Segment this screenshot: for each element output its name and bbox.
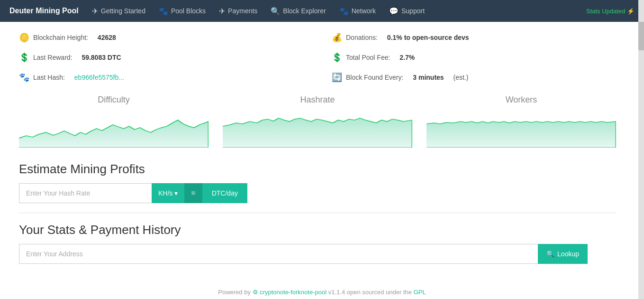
payments-icon: ✈ <box>219 7 225 16</box>
donations-label: Donations: <box>346 34 378 41</box>
last-hash-value[interactable]: eb966fe5575fb... <box>74 74 124 81</box>
footer-link[interactable]: ⚙ cryptonote-forknote-pool <box>253 289 328 296</box>
stats-updated-badge: Stats Updated ⚡ <box>586 8 635 15</box>
workers-chart-area <box>426 110 616 148</box>
unit-dropdown-button[interactable]: KH/s ▾ <box>152 183 184 203</box>
blockchain-height-stat: 🪙 Blockchain Height: 42628 <box>19 29 303 46</box>
last-hash-label: Last Hash: <box>33 74 65 81</box>
hashrate-chart-area <box>223 110 412 148</box>
getting-started-icon: ✈ <box>92 7 98 16</box>
nav-getting-started[interactable]: ✈ Getting Started <box>86 0 151 22</box>
difficulty-chart-area <box>19 110 209 148</box>
scrollbar-thumb[interactable] <box>638 22 644 50</box>
block-explorer-icon: 🔍 <box>271 7 280 16</box>
search-icon: 🔍 <box>546 250 554 258</box>
blockchain-height-label: Blockchain Height: <box>33 34 88 41</box>
last-reward-label: Last Reward: <box>33 54 72 61</box>
cryptonote-icon: ⚙ <box>253 289 258 296</box>
nav-payments[interactable]: ✈ Payments <box>213 0 263 22</box>
result-button[interactable]: DTC/day <box>202 183 247 203</box>
last-reward-stat: 💲 Last Reward: 59.8083 DTC <box>19 49 303 65</box>
hashrate-chart: Hashrate <box>223 95 412 148</box>
last-reward-value: 59.8083 DTC <box>82 54 121 61</box>
site-brand: Deuter Mining Pool <box>9 7 79 15</box>
reward-icon: 💲 <box>19 52 29 63</box>
divider <box>19 213 616 213</box>
donations-stat: 💰 Donations: 0.1% to open-source devs <box>332 29 616 46</box>
nav-block-explorer[interactable]: 🔍 Block Explorer <box>265 0 331 22</box>
pool-blocks-icon: 🐾 <box>159 7 168 16</box>
block-found-stat: 🔄 Block Found Every: 3 minutes (est.) <box>332 69 616 85</box>
blockchain-height-value: 42628 <box>98 34 116 41</box>
difficulty-chart: Difficulty <box>19 95 209 148</box>
main-content: 🪙 Blockchain Height: 42628 💰 Donations: … <box>0 22 635 281</box>
support-icon: 💬 <box>389 7 399 16</box>
estimate-section: Estimate Mining Profits KH/s ▾ = DTC/day <box>19 162 616 203</box>
network-icon: 🐾 <box>339 7 349 16</box>
stats-grid: 🪙 Blockchain Height: 42628 💰 Donations: … <box>19 29 616 85</box>
nav-support[interactable]: 💬 Support <box>383 0 430 22</box>
payment-section: Your Stats & Payment History 🔍 Lookup <box>19 223 616 264</box>
address-row: 🔍 Lookup <box>19 244 588 264</box>
gpl-link[interactable]: GPL <box>414 289 426 296</box>
last-hash-stat: 🐾 Last Hash: eb966fe5575fb... <box>19 69 303 85</box>
navbar: Deuter Mining Pool ✈ Getting Started 🐾 P… <box>0 0 644 22</box>
scrollbar-track[interactable] <box>638 0 644 299</box>
total-pool-fee-label: Total Pool Fee: <box>346 54 390 61</box>
blockchain-icon: 🪙 <box>19 32 29 43</box>
lookup-button[interactable]: 🔍 Lookup <box>538 244 588 264</box>
hashrate-chart-title: Hashrate <box>300 95 335 105</box>
estimate-title: Estimate Mining Profits <box>19 162 616 177</box>
total-pool-fee-stat: 💲 Total Pool Fee: 2.7% <box>332 49 616 65</box>
donations-value: 0.1% to open-source devs <box>387 34 469 41</box>
block-found-value: 3 minutes <box>413 74 444 81</box>
nav-network[interactable]: 🐾 Network <box>334 0 381 22</box>
address-input[interactable] <box>19 244 538 264</box>
total-pool-fee-value: 2.7% <box>399 54 415 61</box>
workers-chart: Workers <box>426 95 616 148</box>
payment-title: Your Stats & Payment History <box>19 223 616 237</box>
block-found-label: Block Found Every: <box>346 74 403 81</box>
footer: Powered by ⚙ cryptonote-forknote-pool v1… <box>0 281 644 299</box>
equals-symbol: = <box>184 183 202 203</box>
estimate-form: KH/s ▾ = DTC/day <box>19 183 303 203</box>
charts-section: Difficulty Hashrate <box>19 95 616 148</box>
hash-rate-input[interactable] <box>19 183 152 203</box>
block-found-icon: 🔄 <box>332 72 342 83</box>
pool-fee-icon: 💲 <box>332 52 342 63</box>
nav-pool-blocks[interactable]: 🐾 Pool Blocks <box>153 0 211 22</box>
hash-icon: 🐾 <box>19 72 29 83</box>
difficulty-chart-title: Difficulty <box>98 95 130 105</box>
workers-chart-title: Workers <box>506 95 537 105</box>
donations-icon: 💰 <box>332 32 342 43</box>
block-found-suffix: (est.) <box>454 74 469 81</box>
